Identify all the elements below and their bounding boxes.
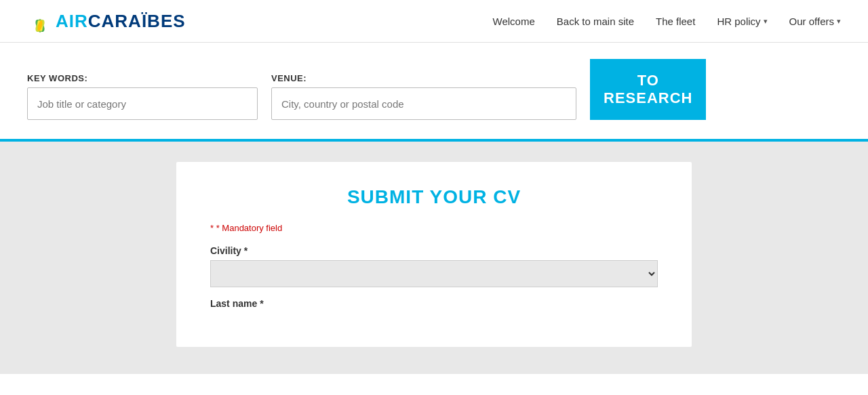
last-name-label: Last name * (210, 298, 658, 309)
venue-input[interactable] (271, 87, 576, 120)
nav-back-to-main[interactable]: Back to main site (557, 16, 634, 27)
civility-label: Civility * (210, 245, 658, 256)
main-nav: Welcome Back to main site The fleet HR p… (493, 16, 841, 27)
search-section: KEY WORDS: VENUE: TO RESEARCH (0, 43, 868, 139)
venue-label: VENUE: (271, 73, 576, 83)
header: AIRCARAÏBES Welcome Back to main site Th… (0, 0, 868, 43)
nav-hr-policy[interactable]: HR policy ▾ (717, 16, 767, 27)
logo: AIRCARAÏBES (27, 8, 186, 34)
search-button[interactable]: TO RESEARCH (590, 59, 706, 120)
last-name-group: Last name * (210, 298, 658, 309)
civility-group: Civility * Mr. Ms. Mrs. (210, 245, 658, 287)
logo-text: AIRCARAÏBES (56, 11, 186, 32)
form-card: SUBMIT YOUR CV * * Mandatory field Civil… (176, 162, 692, 347)
our-offers-chevron-icon: ▾ (837, 17, 841, 26)
keywords-input[interactable] (27, 87, 258, 120)
logo-icon (27, 8, 53, 34)
venue-field: VENUE: (271, 73, 576, 120)
nav-our-offers[interactable]: Our offers ▾ (789, 16, 841, 27)
mandatory-note: * * Mandatory field (210, 223, 658, 233)
civility-select[interactable]: Mr. Ms. Mrs. (210, 260, 658, 287)
keywords-field: KEY WORDS: (27, 73, 258, 120)
nav-welcome[interactable]: Welcome (493, 16, 535, 27)
keywords-label: KEY WORDS: (27, 73, 258, 83)
hr-policy-chevron-icon: ▾ (764, 17, 768, 26)
nav-the-fleet[interactable]: The fleet (656, 16, 695, 27)
form-title: SUBMIT YOUR CV (210, 186, 658, 208)
gray-section: SUBMIT YOUR CV * * Mandatory field Civil… (0, 139, 868, 374)
